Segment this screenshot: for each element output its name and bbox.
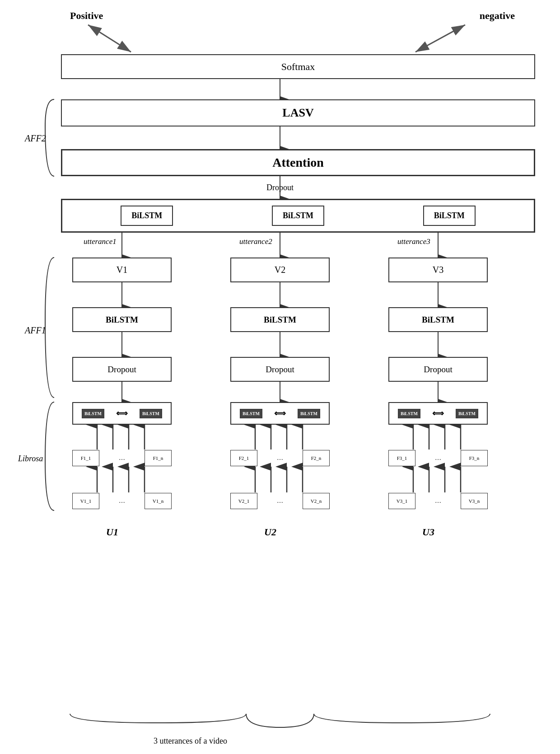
frame-col2-1: F2_1	[230, 450, 257, 466]
svg-line-5	[415, 25, 465, 52]
frame-col1-1: F1_1	[72, 450, 99, 466]
frame-col3-n: F3_n	[461, 450, 488, 466]
utterance3-label: utterance3	[397, 237, 430, 246]
audio-col1-1: V1_1	[72, 493, 99, 509]
bilstm-pair-col2: BiLSTM ⟺ BiLSTM	[230, 402, 330, 425]
utterance1-label: utterance1	[84, 237, 117, 246]
audio-dots-col2: …	[259, 497, 301, 505]
svg-line-4	[88, 25, 131, 52]
bilstm-pair-col1: BiLSTM ⟺ BiLSTM	[72, 402, 172, 425]
frames-row-col1: F1_1 … F1_n	[72, 450, 172, 467]
bilstm-col1-label: BiLSTM	[106, 315, 138, 325]
aff2-label: AFF2	[25, 133, 46, 144]
bilstm-1: BiLSTM	[121, 206, 173, 226]
audio-row-col2: V2_1 … V2_n	[230, 492, 330, 510]
lasv-label: LASV	[282, 106, 313, 120]
negative-label: negative	[480, 10, 515, 22]
bilstm-pair-col3: BiLSTM ⟺ BiLSTM	[388, 402, 488, 425]
frame-col3-1: F3_1	[388, 450, 415, 466]
u1-label: U1	[106, 526, 118, 538]
bilstm-pair-col1-left: BiLSTM	[82, 409, 104, 418]
audio-row-col3: V3_1 … V3_n	[388, 492, 488, 510]
audio-col2-n: V2_n	[303, 493, 330, 509]
bilstm-pair-col2-left: BiLSTM	[240, 409, 262, 418]
librosa-label: Librosa	[18, 454, 43, 464]
utterance2-label: utterance2	[239, 237, 272, 246]
audio-dots-col3: …	[417, 497, 459, 505]
frame-dots-col3: …	[417, 454, 459, 462]
audio-dots-col1: …	[101, 497, 143, 505]
lasv-box: LASV	[61, 99, 535, 126]
frames-row-col2: F2_1 … F2_n	[230, 450, 330, 467]
dropout-col2-label: Dropout	[266, 365, 294, 375]
bilstm-col3-label: BiLSTM	[422, 315, 454, 325]
softmax-box: Softmax	[61, 54, 535, 79]
audio-row-col1: V1_1 … V1_n	[72, 492, 172, 510]
diagram: Positive negative Softmax LASV Attention…	[0, 0, 560, 754]
v2-label: V2	[275, 265, 285, 275]
audio-col2-1: V2_1	[230, 493, 257, 509]
positive-label: Positive	[70, 10, 103, 22]
bilstm-pair-col3-right: BiLSTM	[456, 409, 478, 418]
dropout-col2: Dropout	[230, 357, 330, 382]
bilstm-3: BiLSTM	[423, 206, 476, 226]
attention-box: Attention	[61, 149, 535, 176]
bottom-label: 3 utterances of a video	[154, 736, 227, 746]
bilstm-col2-label: BiLSTM	[264, 315, 296, 325]
v3-label: V3	[433, 265, 443, 275]
bilstm-col3: BiLSTM	[388, 307, 488, 332]
dropout-col1-label: Dropout	[107, 365, 136, 375]
dropout-col1: Dropout	[72, 357, 172, 382]
bilstm-col1: BiLSTM	[72, 307, 172, 332]
v2-box: V2	[230, 258, 330, 282]
bilstm-2: BiLSTM	[272, 206, 324, 226]
frame-dots-col2: …	[259, 454, 301, 462]
dropout-col3: Dropout	[388, 357, 488, 382]
attention-label: Attention	[272, 155, 324, 170]
softmax-label: Softmax	[281, 61, 315, 73]
v1-label: V1	[117, 265, 127, 275]
frame-dots-col1: …	[101, 454, 143, 462]
dropout-top-label: Dropout	[266, 183, 294, 192]
dropout-col3-label: Dropout	[424, 365, 452, 375]
audio-col3-1: V3_1	[388, 493, 415, 509]
v3-box: V3	[388, 258, 488, 282]
frame-col1-n: F1_n	[145, 450, 172, 466]
u2-label: U2	[264, 526, 276, 538]
bilstm-row-box: BiLSTM BiLSTM BiLSTM	[61, 199, 535, 233]
bilstm-pair-col2-right: BiLSTM	[298, 409, 320, 418]
u3-label: U3	[422, 526, 434, 538]
v1-box: V1	[72, 258, 172, 282]
aff1-label: AFF1	[25, 325, 46, 336]
audio-col3-n: V3_n	[461, 493, 488, 509]
bilstm-pair-col1-right: BiLSTM	[140, 409, 162, 418]
bilstm-pair-col3-left: BiLSTM	[398, 409, 420, 418]
audio-col1-n: V1_n	[145, 493, 172, 509]
frame-col2-n: F2_n	[303, 450, 330, 466]
bilstm-col2: BiLSTM	[230, 307, 330, 332]
frames-row-col3: F3_1 … F3_n	[388, 450, 488, 467]
